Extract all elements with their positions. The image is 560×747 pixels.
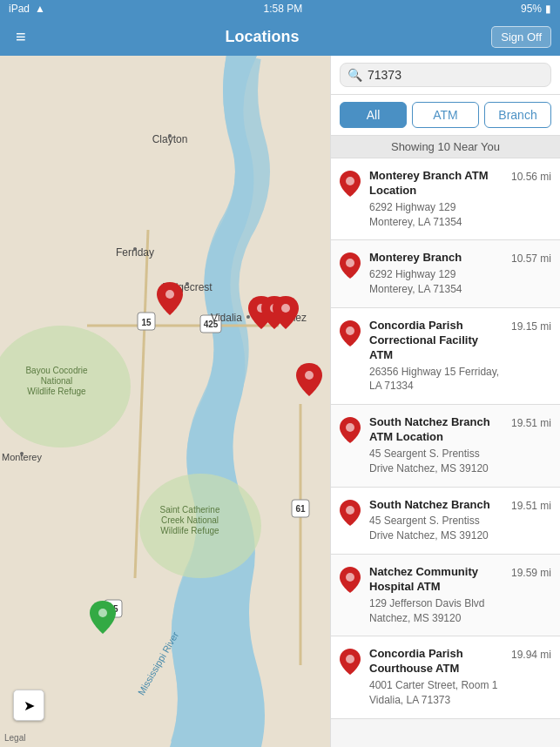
map-pin-icon	[340, 567, 361, 593]
svg-point-46	[346, 326, 354, 335]
map-pin-icon	[340, 171, 361, 197]
location-address: 6292 Highway 129 Monterey, LA 71354	[369, 200, 503, 230]
location-name: Monterey Branch	[369, 251, 503, 266]
location-list[interactable]: Monterey Branch ATM Location 6292 Highwa…	[331, 158, 560, 747]
map-pin-icon	[340, 500, 361, 526]
carrier-label: iPad	[9, 3, 30, 15]
svg-point-47	[346, 423, 354, 432]
svg-text:Saint Catherine: Saint Catherine	[160, 505, 220, 515]
svg-text:National: National	[41, 376, 73, 386]
page-title: Locations	[33, 28, 492, 46]
location-address: 45 Seargent S. Prentiss Drive Natchez, M…	[369, 447, 503, 476]
compass-button[interactable]: ➤	[13, 690, 44, 721]
svg-text:Vidalia: Vidalia	[211, 312, 242, 324]
list-item[interactable]: South Natchez Branch ATM Location 45 Sea…	[331, 405, 560, 487]
search-input-wrap: 🔍	[340, 63, 551, 87]
location-distance: 10.56 mi	[511, 171, 551, 183]
near-you-bar: Showing 10 Near You	[331, 136, 560, 158]
svg-text:15: 15	[141, 318, 152, 327]
location-name: South Natchez Branch	[369, 498, 503, 513]
sign-off-button[interactable]: Sign Off	[491, 26, 551, 48]
svg-point-43	[98, 609, 107, 617]
list-item[interactable]: Concordia Parish Courthouse ATM 4001 Car…	[331, 636, 560, 718]
svg-point-39	[281, 304, 290, 313]
svg-point-44	[346, 177, 354, 185]
main-content: 15 425 61 15 Clayton Ferriday Ridgecrest…	[0, 56, 560, 747]
list-item[interactable]: Monterey Branch 6292 Highway 129 Montere…	[331, 240, 560, 307]
location-address: 45 Seargent S. Prentiss Drive Natchez, M…	[369, 514, 503, 543]
location-address: 26356 Highway 15 Ferriday, LA 71334	[369, 365, 503, 394]
search-bar: 🔍	[331, 56, 560, 95]
map-svg: 15 425 61 15 Clayton Ferriday Ridgecrest…	[0, 56, 330, 747]
svg-point-41	[305, 371, 314, 380]
list-item[interactable]: South Natchez Branch 45 Seargent S. Pren…	[331, 488, 560, 555]
nav-bar: ≡ Locations Sign Off	[0, 17, 560, 56]
svg-text:Bayou Cocodrie: Bayou Cocodrie	[25, 366, 88, 375]
svg-text:61: 61	[295, 504, 306, 514]
location-distance: 19.51 mi	[511, 500, 551, 512]
time-label: 1:58 PM	[264, 3, 303, 15]
svg-point-21	[246, 315, 250, 319]
location-name: Concordia Parish Courthouse ATM	[369, 647, 503, 676]
compass-icon: ➤	[24, 697, 35, 714]
map-area[interactable]: 15 425 61 15 Clayton Ferriday Ridgecrest…	[0, 56, 330, 747]
status-bar: iPad ▲ 1:58 PM 95% ▮	[0, 0, 560, 17]
location-distance: 19.15 mi	[511, 320, 551, 333]
list-item[interactable]: Natchez Community Hospital ATM 129 Jeffe…	[331, 555, 560, 636]
svg-point-24	[20, 452, 24, 455]
svg-point-50	[346, 655, 354, 663]
svg-text:Wildlife Refuge: Wildlife Refuge	[27, 387, 86, 396]
filter-all-button[interactable]: All	[340, 102, 407, 128]
battery-label: 95%	[521, 3, 542, 15]
location-distance: 19.59 mi	[511, 567, 551, 579]
wifi-icon: ▲	[35, 3, 45, 15]
location-address: 4001 Carter Street, Room 1 Vidalia, LA 7…	[369, 678, 503, 708]
map-pin-icon	[340, 320, 361, 347]
svg-text:Wildlife Refuge: Wildlife Refuge	[160, 526, 219, 535]
location-distance: 19.51 mi	[511, 417, 551, 429]
location-name: Monterey Branch ATM Location	[369, 169, 503, 199]
location-info: South Natchez Branch 45 Seargent S. Pren…	[369, 498, 503, 543]
map-pin-icon	[340, 649, 361, 675]
location-name: South Natchez Branch ATM Location	[369, 415, 503, 445]
status-left: iPad ▲	[9, 3, 45, 15]
filter-branch-button[interactable]: Branch	[484, 102, 551, 128]
location-address: 6292 Highway 129 Monterey, LA 71354	[369, 267, 503, 297]
svg-point-15	[168, 134, 172, 138]
location-info: Concordia Parish Correctional Facility A…	[369, 319, 503, 394]
location-name: Concordia Parish Correctional Facility A…	[369, 319, 503, 363]
search-input[interactable]	[368, 68, 543, 82]
filter-atm-button[interactable]: ATM	[412, 102, 479, 128]
location-distance: 19.94 mi	[511, 649, 551, 661]
search-icon: 🔍	[347, 68, 362, 82]
location-address: 129 Jefferson Davis Blvd Natchez, MS 391…	[369, 596, 503, 626]
svg-text:Creek National: Creek National	[161, 515, 219, 525]
map-pin-icon	[340, 252, 361, 279]
svg-point-33	[165, 290, 174, 299]
location-info: Concordia Parish Courthouse ATM 4001 Car…	[369, 647, 503, 707]
location-info: South Natchez Branch ATM Location 45 Sea…	[369, 415, 503, 475]
location-info: Monterey Branch 6292 Highway 129 Montere…	[369, 251, 503, 296]
list-item[interactable]: Concordia Parish Correctional Facility A…	[331, 308, 560, 405]
filter-buttons: All ATM Branch	[331, 95, 560, 136]
svg-point-49	[346, 573, 354, 582]
menu-button[interactable]: ≡	[9, 24, 33, 50]
right-panel: 🔍 All ATM Branch Showing 10 Near You Mon…	[330, 56, 560, 747]
location-distance: 10.57 mi	[511, 252, 551, 265]
svg-point-17	[133, 247, 137, 251]
status-right: 95% ▮	[521, 3, 551, 15]
svg-point-45	[346, 259, 354, 267]
svg-point-19	[186, 282, 189, 286]
location-info: Monterey Branch ATM Location 6292 Highwa…	[369, 169, 503, 229]
svg-point-48	[346, 506, 354, 515]
battery-icon: ▮	[545, 3, 551, 15]
map-pin-icon	[340, 417, 361, 443]
map-legal-text: Legal	[4, 733, 25, 743]
location-name: Natchez Community Hospital ATM	[369, 565, 503, 595]
location-info: Natchez Community Hospital ATM 129 Jeffe…	[369, 565, 503, 625]
list-item[interactable]: Monterey Branch ATM Location 6292 Highwa…	[331, 158, 560, 240]
